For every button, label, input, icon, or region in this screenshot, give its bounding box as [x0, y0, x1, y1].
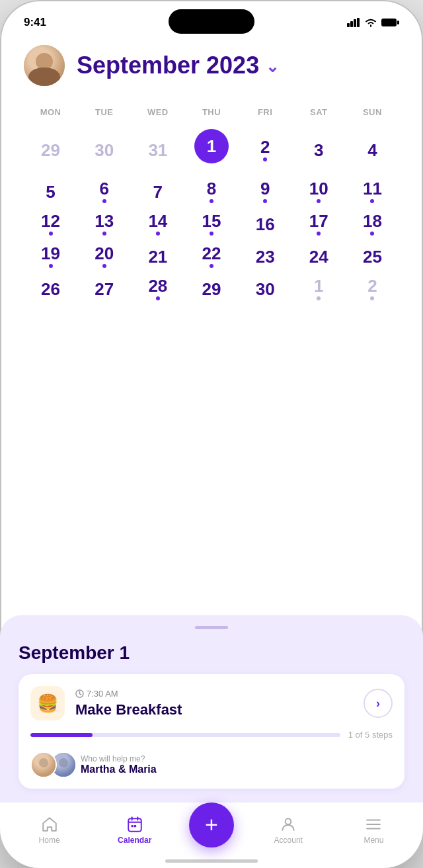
cal-cell[interactable]: 20: [77, 241, 131, 272]
nav-item-home[interactable]: Home: [7, 816, 92, 845]
cal-cell[interactable]: 16: [239, 208, 292, 239]
progress-bar: [30, 733, 340, 737]
cal-cell[interactable]: 27: [77, 273, 131, 304]
svg-rect-14: [134, 825, 136, 827]
svg-rect-0: [347, 23, 350, 27]
nav-label-calendar: Calendar: [118, 836, 151, 845]
cal-cell[interactable]: 19: [24, 241, 77, 272]
calendar-grid: 2930311234567891011121314151617181920212…: [24, 125, 399, 304]
cal-cell[interactable]: 22: [184, 241, 238, 272]
day-name-sat: SAT: [292, 105, 346, 120]
cal-cell[interactable]: 29: [184, 273, 238, 304]
cal-cell[interactable]: 15: [184, 208, 238, 239]
nav-label-menu: Menu: [364, 836, 383, 845]
calendar-header: MON TUE WED THU FRI SAT SUN: [24, 105, 399, 120]
event-icon: 🍔: [30, 686, 65, 720]
day-name-wed: WED: [131, 105, 184, 120]
cal-cell[interactable]: 9: [239, 176, 292, 207]
progress-row: 1 of 5 steps: [30, 730, 393, 740]
day-name-tue: TUE: [77, 105, 131, 120]
cal-cell[interactable]: 29: [24, 125, 77, 175]
event-time-label: 7:30 AM: [87, 689, 118, 699]
menu-icon: [365, 816, 382, 833]
cal-cell[interactable]: 24: [292, 241, 346, 272]
helpers-row: Who will help me? Martha & Maria: [30, 749, 393, 778]
cal-cell[interactable]: 28: [131, 273, 184, 304]
cal-cell[interactable]: 26: [24, 273, 77, 304]
bottom-sheet: September 1 🍔 7:30 AM Make Breakfast: [0, 615, 423, 802]
cal-cell[interactable]: 13: [77, 208, 131, 239]
cal-cell[interactable]: 18: [346, 208, 399, 239]
cal-cell[interactable]: 8: [184, 176, 238, 207]
avatar: [24, 45, 65, 86]
cal-cell[interactable]: 4: [346, 125, 399, 175]
calendar: MON TUE WED THU FRI SAT SUN 293031123456…: [24, 105, 399, 304]
day-name-fri: FRI: [239, 105, 292, 120]
cal-cell[interactable]: 25: [346, 241, 399, 272]
cal-cell[interactable]: 14: [131, 208, 184, 239]
clock-icon: [75, 689, 84, 698]
event-arrow-button[interactable]: ›: [364, 689, 393, 718]
fab-button[interactable]: +: [189, 803, 234, 847]
cal-cell[interactable]: 3: [292, 125, 346, 175]
helper-label: Who will help me?: [81, 754, 157, 763]
cal-cell[interactable]: 10: [292, 176, 346, 207]
progress-fill: [30, 733, 93, 737]
cal-cell[interactable]: 1: [184, 125, 238, 175]
helper-name: Martha & Maria: [81, 763, 157, 775]
cal-cell[interactable]: 31: [131, 125, 184, 175]
bottom-nav: Home Calendar + Account: [0, 802, 423, 868]
nav-label-home: Home: [39, 836, 60, 845]
nav-item-menu[interactable]: Menu: [331, 816, 416, 845]
cal-cell[interactable]: 1: [292, 273, 346, 304]
helper-info: Who will help me? Martha & Maria: [81, 754, 157, 775]
signal-icon: [347, 18, 360, 27]
account-icon: [280, 816, 297, 833]
cal-cell[interactable]: 30: [77, 125, 131, 175]
status-icons: [347, 18, 399, 27]
sheet-handle[interactable]: [195, 626, 228, 629]
svg-rect-13: [131, 825, 133, 827]
day-name-mon: MON: [24, 105, 77, 120]
cal-cell[interactable]: 30: [239, 273, 292, 304]
nav-item-calendar[interactable]: Calendar: [92, 816, 177, 845]
svg-rect-4: [381, 19, 397, 26]
header: September 2023 ⌄: [24, 45, 399, 86]
fab-icon: +: [205, 812, 218, 838]
cal-cell[interactable]: 5: [24, 176, 77, 207]
cal-cell[interactable]: 21: [131, 241, 184, 272]
nav-item-fab: +: [177, 803, 245, 858]
day-name-sun: SUN: [346, 105, 399, 120]
helper-avatars: [30, 752, 70, 778]
cal-cell[interactable]: 7: [131, 176, 184, 207]
chevron-down-icon[interactable]: ⌄: [266, 58, 279, 76]
svg-line-8: [80, 693, 81, 695]
svg-rect-5: [397, 21, 399, 24]
wifi-icon: [364, 18, 377, 27]
cal-cell[interactable]: 11: [346, 176, 399, 207]
month-year-label: September 2023: [77, 52, 259, 79]
cal-cell[interactable]: 23: [239, 241, 292, 272]
phone-frame: 9:41: [0, 0, 423, 868]
cal-cell[interactable]: 12: [24, 208, 77, 239]
cal-cell[interactable]: 2: [346, 273, 399, 304]
home-icon: [41, 816, 58, 833]
status-time: 9:41: [24, 16, 46, 29]
event-time: 7:30 AM: [75, 689, 353, 699]
battery-icon: [381, 18, 399, 27]
svg-rect-3: [357, 18, 360, 27]
sheet-date: September 1: [19, 642, 404, 664]
cal-cell[interactable]: 2: [239, 125, 292, 175]
month-title[interactable]: September 2023 ⌄: [77, 52, 279, 79]
event-title: Make Breakfast: [75, 701, 353, 718]
day-name-thu: THU: [184, 105, 238, 120]
event-top: 🍔 7:30 AM Make Breakfast ›: [30, 686, 393, 720]
cal-cell[interactable]: 17: [292, 208, 346, 239]
nav-item-account[interactable]: Account: [246, 816, 331, 845]
cal-cell[interactable]: 6: [77, 176, 131, 207]
dynamic-island: [169, 9, 254, 34]
helper-avatar-1: [30, 752, 57, 778]
event-info: 7:30 AM Make Breakfast: [75, 689, 353, 718]
svg-rect-1: [350, 21, 353, 27]
svg-point-15: [286, 818, 291, 824]
